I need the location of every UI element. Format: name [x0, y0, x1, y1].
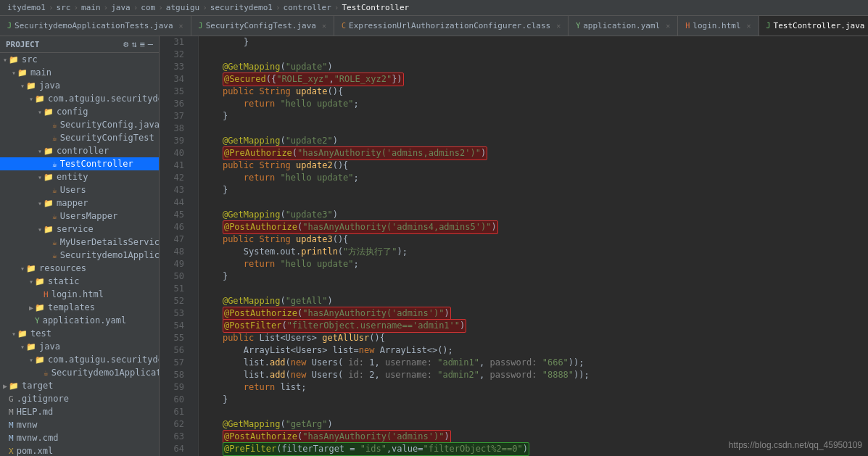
folder-icon: 📁 [26, 264, 36, 273]
java-icon: ☕ [52, 133, 57, 143]
item-label: com.atguigu.securitydemo1 [48, 355, 159, 365]
xml-icon: X [9, 447, 14, 456]
sidebar-item-helpmd[interactable]: ▾ M HELP.md [0, 405, 159, 418]
sidebar-item-users[interactable]: ▾ ☕ Users [0, 183, 159, 196]
close-icon[interactable]: ✕ [556, 22, 561, 30]
sidebar-item-java[interactable]: ▾ 📁 java [0, 79, 159, 92]
expand-arrow: ▾ [38, 199, 42, 207]
sidebar-item-myuserdetails[interactable]: ▾ ☕ MyUserDetailsService [0, 236, 159, 249]
code-line-38 [202, 123, 865, 135]
cog-icon[interactable]: ⚙ [123, 39, 128, 49]
sidebar-item-templates[interactable]: ▶ 📁 templates [0, 301, 159, 314]
breadcrumb-item: main [81, 3, 101, 12]
sidebar-item-testcontroller[interactable]: ▾ ☕ TestController [0, 157, 159, 170]
tab-login-html[interactable]: H login.html ✕ [678, 16, 759, 36]
tab-securityconfig-test[interactable]: J SecurityConfigTest.java ✕ [191, 16, 334, 36]
close-icon[interactable]: ✕ [179, 22, 183, 30]
sidebar-item-static[interactable]: ▾ 📁 static [0, 275, 159, 288]
settings-icon[interactable]: ≡ [140, 39, 145, 49]
sidebar-item-securityconfigtest[interactable]: ▾ ☕ SecurityConfigTest [0, 131, 159, 144]
code-line-34: @Secured({"ROLE_xyz","ROLE_xyz2"}) [202, 73, 865, 86]
close-icon[interactable]: ✕ [322, 22, 326, 30]
sidebar-item-controller[interactable]: ▾ 📁 controller [0, 144, 159, 157]
sidebar-item-service[interactable]: ▾ 📁 service [0, 223, 159, 236]
java-icon: ☕ [52, 186, 57, 195]
expand-arrow: ▾ [12, 330, 16, 338]
item-label: mvnw.cmd [17, 433, 59, 443]
folder-icon: 📁 [9, 381, 19, 391]
tab-testcontroller[interactable]: J TestController.java ✕ [759, 16, 868, 36]
item-label: service [57, 224, 94, 234]
item-label: .gitignore [17, 394, 69, 404]
java-file-icon: J [766, 22, 771, 30]
sidebar-item-pomxml[interactable]: ▾ X pom.xml [0, 444, 159, 456]
sidebar-item-mapper[interactable]: ▾ 📁 mapper [0, 196, 159, 210]
sidebar-item-securityconfig[interactable]: ▾ ☕ SecurityConfig.java [0, 118, 159, 131]
sidebar-item-config[interactable]: ▾ 📁 config [0, 105, 159, 118]
expand-arrow: ▾ [29, 278, 33, 286]
code-line-32 [202, 49, 865, 61]
expand-arrow: ▾ [29, 356, 33, 364]
breadcrumb-item: controller [284, 3, 331, 12]
sidebar-item-usersmapper[interactable]: ▾ ☕ UsersMapper [0, 210, 159, 223]
code-editor[interactable]: } @GetMapping("update") @Secured({"ROLE_… [199, 36, 868, 456]
expand-arrow: ▾ [20, 265, 25, 273]
expand-arrow: ▾ [20, 343, 25, 351]
tab-application-yaml[interactable]: Y application.yaml ✕ [569, 16, 678, 36]
code-line-49: return "hello update"; [202, 258, 865, 270]
code-line-59: return list; [202, 381, 865, 394]
code-line-60: } [202, 394, 865, 406]
java-icon: ☕ [52, 120, 57, 130]
expand-arrow: ▾ [12, 69, 16, 77]
code-line-51 [202, 283, 865, 295]
code-line-35: public String update(){ [202, 86, 865, 98]
item-label: target [22, 381, 53, 391]
tab-expression-url[interactable]: C ExpressionUrlAuthorizationConfigurer.c… [334, 16, 569, 36]
code-line-56: ArrayList<Users> list=new ArrayList<>(); [202, 344, 865, 357]
sidebar-item-test-java[interactable]: ▾ 📁 java [0, 340, 159, 353]
code-line-36: return "hello update"; [202, 98, 865, 110]
tab-securitydemo-tests[interactable]: J SecuritydemoApplicationTests.java ✕ [0, 16, 191, 36]
item-label: src [22, 54, 38, 65]
breadcrumb-item: TestController [342, 3, 409, 12]
sidebar-item-gitignore[interactable]: ▾ G .gitignore [0, 392, 159, 405]
item-label: MyUserDetailsService [60, 237, 159, 247]
collapse-icon[interactable]: — [148, 39, 153, 49]
sidebar-item-yaml[interactable]: ▾ Y application.yaml [0, 314, 159, 327]
sidebar-item-mvnw[interactable]: ▾ M mvnw [0, 418, 159, 431]
code-line-43: } [202, 184, 865, 196]
sidebar-item-resources[interactable]: ▾ 📁 resources [0, 262, 159, 275]
code-line-45: @GetMapping("update3") [202, 209, 865, 221]
sidebar-item-login-html[interactable]: ▾ H login.html [0, 288, 159, 301]
item-label: TestController [60, 159, 133, 169]
expand-arrow: ▶ [29, 304, 33, 312]
sidebar-item-main[interactable]: ▾ 📁 main [0, 66, 159, 79]
item-label: login.html [51, 289, 104, 299]
code-line-54: @PostFilter("filterObject.username=='adm… [202, 320, 865, 332]
item-label: controller [57, 146, 109, 156]
sidebar-item-entity[interactable]: ▾ 📁 entity [0, 170, 159, 183]
code-line-42: return "hello update"; [202, 172, 865, 184]
sidebar-item-mvnwcmd[interactable]: ▾ M mvnw.cmd [0, 431, 159, 444]
code-line-33: @GetMapping("update") [202, 61, 865, 73]
sidebar-item-src[interactable]: ▾ 📁 src [0, 53, 159, 66]
code-line-40: @PreAuthorize("hasAnyAuthority('admins,a… [202, 147, 865, 159]
item-label: main [30, 67, 51, 78]
close-icon[interactable]: ✕ [666, 22, 670, 30]
item-label: Users [60, 185, 86, 195]
folder-icon: 📁 [9, 55, 19, 65]
item-label: java [39, 341, 60, 352]
sidebar-item-test-package[interactable]: ▾ 📁 com.atguigu.securitydemo1 [0, 353, 159, 366]
code-line-44 [202, 196, 865, 209]
sidebar-item-target[interactable]: ▶ 📁 target [0, 379, 159, 392]
sidebar-item-package[interactable]: ▾ 📁 com.atguigu.securitydemo1 [0, 92, 159, 105]
sort-icon[interactable]: ⇅ [131, 39, 136, 49]
mvn-icon: M [9, 420, 14, 430]
sidebar-item-test[interactable]: ▾ 📁 test [0, 327, 159, 340]
folder-icon: 📁 [26, 342, 36, 352]
java-icon: ☕ [52, 212, 57, 221]
close-icon[interactable]: ✕ [747, 22, 751, 30]
expand-arrow: ▾ [20, 82, 25, 90]
sidebar-item-application[interactable]: ▾ ☕ Securitydemo1Application [0, 249, 159, 262]
sidebar-item-test-apptest[interactable]: ▾ ☕ Securitydemo1ApplicationT… [0, 366, 159, 379]
